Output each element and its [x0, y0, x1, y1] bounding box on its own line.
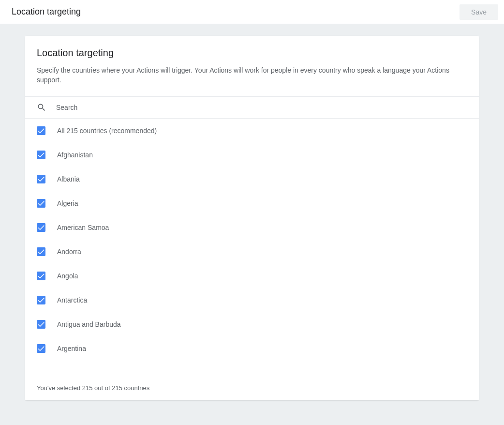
- item-label: American Samoa: [57, 224, 109, 231]
- item-label: Antigua and Barbuda: [57, 320, 121, 328]
- checkbox[interactable]: [37, 223, 45, 232]
- search-input[interactable]: [56, 104, 467, 111]
- country-list[interactable]: All 215 countries (recommended)Afghanist…: [25, 119, 479, 375]
- search-row: [25, 96, 479, 119]
- checkbox[interactable]: [37, 175, 45, 183]
- checkbox[interactable]: [37, 272, 45, 280]
- search-icon: [37, 103, 46, 112]
- card-description: Specify the countries where your Actions…: [37, 65, 467, 85]
- selection-footer: You've selected 215 out of 215 countries: [25, 375, 479, 400]
- checkbox[interactable]: [37, 126, 45, 135]
- item-label: Antarctica: [57, 296, 87, 304]
- page-title: Location targeting: [12, 7, 81, 17]
- list-item[interactable]: Angola: [25, 264, 479, 288]
- list-item[interactable]: Albania: [25, 167, 479, 191]
- top-bar: Location targeting Save: [0, 0, 504, 24]
- list-item[interactable]: Afghanistan: [25, 143, 479, 167]
- item-label: Angola: [57, 272, 78, 280]
- item-label: Afghanistan: [57, 151, 93, 159]
- item-label: Algeria: [57, 199, 78, 207]
- list-item[interactable]: Algeria: [25, 191, 479, 215]
- checkbox[interactable]: [37, 296, 45, 304]
- item-label: All 215 countries (recommended): [57, 127, 157, 135]
- checkbox[interactable]: [37, 247, 45, 256]
- item-label: Albania: [57, 175, 80, 183]
- list-item[interactable]: Antarctica: [25, 288, 479, 312]
- list-item[interactable]: Antigua and Barbuda: [25, 312, 479, 336]
- list-item[interactable]: Andorra: [25, 240, 479, 264]
- card-header: Location targeting Specify the countries…: [25, 36, 479, 96]
- item-label: Argentina: [57, 345, 86, 352]
- save-button[interactable]: Save: [460, 4, 498, 20]
- checkbox[interactable]: [37, 151, 45, 159]
- page-wrapper: Location targeting Specify the countries…: [0, 24, 504, 412]
- list-item[interactable]: Argentina: [25, 336, 479, 361]
- location-targeting-card: Location targeting Specify the countries…: [25, 36, 479, 400]
- list-item[interactable]: American Samoa: [25, 215, 479, 240]
- list-item[interactable]: All 215 countries (recommended): [25, 119, 479, 143]
- checkbox[interactable]: [37, 199, 45, 208]
- card-title: Location targeting: [37, 47, 467, 59]
- item-label: Andorra: [57, 248, 81, 256]
- checkbox[interactable]: [37, 320, 45, 329]
- checkbox[interactable]: [37, 344, 45, 353]
